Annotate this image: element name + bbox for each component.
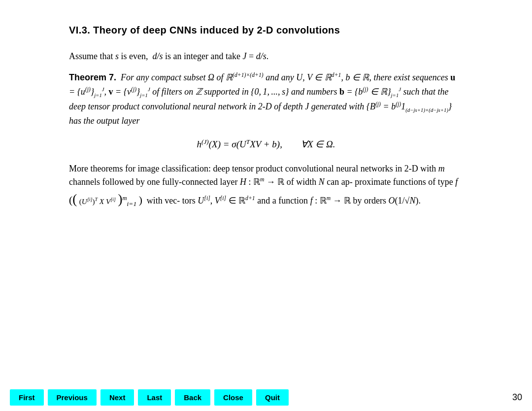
close-button[interactable]: Close [214,389,252,406]
page-number: 30 [512,392,522,403]
page-content: VI.3. Theory of deep CNNs induced by 2-D… [69,25,463,362]
back-button[interactable]: Back [175,389,210,406]
theorem-block: Theorem 7. For any compact subset Ω of ℝ… [69,70,463,128]
footer-bar: First Previous Next Last Back Close Quit… [0,383,532,411]
previous-button[interactable]: Previous [48,389,97,406]
more-theorems-paragraph: More theorems for image classification: … [69,162,463,210]
intro-paragraph: Assume that s is even, d/s is an integer… [69,50,463,64]
next-button[interactable]: Next [100,389,134,406]
theorem-label: Theorem 7. [69,72,116,82]
quit-button[interactable]: Quit [256,389,289,406]
last-button[interactable]: Last [138,389,171,406]
first-button[interactable]: First [10,389,44,406]
math-display: h(J)(X) = σ(UTXV + b), ∀X ∈ Ω. [69,138,463,150]
theorem-text: For any compact subset Ω of ℝ(d+1)×(d+1)… [69,72,455,126]
section-title: VI.3. Theory of deep CNNs induced by 2-D… [69,25,463,36]
